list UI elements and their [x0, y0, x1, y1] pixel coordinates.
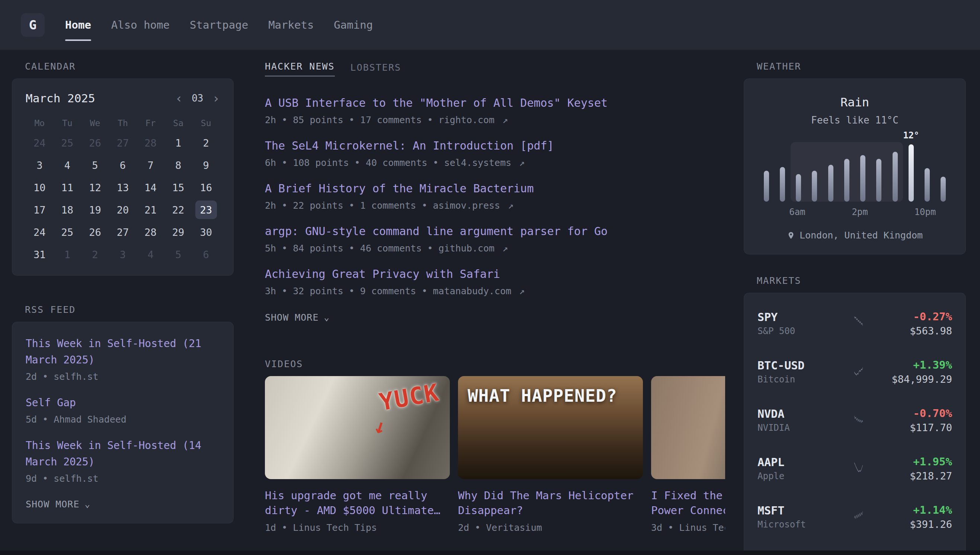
- calendar-day: 31: [29, 245, 50, 264]
- calendar-day-cell: 11: [54, 176, 82, 199]
- calendar-day-cell: 24: [26, 221, 54, 243]
- market-ticker-link[interactable]: SPY: [757, 311, 847, 324]
- calendar-day: 29: [167, 223, 189, 241]
- external-link-icon[interactable]: ↗: [502, 115, 508, 125]
- videos-section-title: VIDEOS: [265, 359, 725, 369]
- market-change: +1.39%: [870, 359, 952, 371]
- calendar-day-cell: 29: [164, 221, 192, 243]
- news-story-list: A USB Interface to the "Mother of All De…: [265, 96, 725, 297]
- weather-bar: [909, 144, 914, 202]
- nav-tab[interactable]: Markets: [268, 19, 314, 31]
- calendar-day-cell: 24: [26, 132, 54, 154]
- calendar-section-title: CALENDAR: [25, 61, 234, 72]
- market-row: NVDA NVIDIA -0.70% $117.70: [757, 396, 952, 444]
- market-name: NVIDIA: [757, 423, 847, 433]
- news-story: argp: GNU-style command line argument pa…: [265, 224, 725, 254]
- market-ticker-link[interactable]: BTC-USD: [757, 359, 847, 372]
- weather-bar: [796, 174, 801, 202]
- weather-time-label: [774, 207, 789, 217]
- video-title-link[interactable]: Why Did The Mars Helicopter Disappear?: [458, 488, 643, 518]
- calendar-widget: March 2025 ‹ 03 › Mo Tu We Th Fr: [12, 79, 234, 276]
- weather-hourly-chart: 12°: [758, 142, 951, 202]
- nav-tab[interactable]: Home: [65, 19, 91, 31]
- calendar-day: 28: [140, 133, 162, 152]
- weather-hour-column: [887, 142, 903, 202]
- story-link[interactable]: A Brief History of the Miracle Bacterium: [265, 181, 725, 196]
- nav-tab[interactable]: Also home: [111, 19, 170, 31]
- weather-time-label: [821, 207, 836, 217]
- market-price: $218.27: [870, 470, 952, 482]
- news-source-tab[interactable]: LOBSTERS: [350, 62, 401, 77]
- calendar-prev-icon[interactable]: ‹: [175, 92, 183, 104]
- video-thumbnail[interactable]: WHAT HAPPENED?: [458, 376, 643, 479]
- external-link-icon[interactable]: ↗: [502, 243, 508, 254]
- weather-hour-column: [758, 142, 774, 202]
- rss-item-meta: 2d • selfh.st: [26, 371, 220, 382]
- calendar-day: 2: [195, 133, 217, 152]
- calendar-day-cell: 30: [192, 221, 220, 243]
- top-nav: G Home Also home Startpage Markets Gamin…: [0, 0, 980, 50]
- market-ticker-link[interactable]: MSFT: [757, 504, 847, 517]
- market-sparkline: [854, 456, 863, 480]
- external-link-icon[interactable]: ↗: [508, 200, 513, 211]
- calendar-day: 18: [56, 201, 78, 219]
- story-link[interactable]: A USB Interface to the "Mother of All De…: [265, 96, 725, 110]
- market-price: $391.26: [870, 518, 952, 530]
- weather-bar: [941, 177, 946, 202]
- market-ticker-link[interactable]: AAPL: [757, 456, 847, 469]
- external-link-icon[interactable]: ↗: [519, 157, 524, 168]
- weather-bar: [828, 165, 833, 202]
- video-title-link[interactable]: His upgrade got me really dirty - AMD $5…: [265, 488, 450, 518]
- weather-hour-column: [823, 142, 839, 202]
- market-values: -0.27% $563.98: [870, 310, 952, 337]
- app-logo[interactable]: G: [21, 13, 45, 37]
- story-meta: 2h • 22 points • 1 comments • asimov.pre…: [265, 200, 725, 211]
- calendar-day: 19: [84, 201, 106, 219]
- calendar-day: 16: [195, 178, 217, 197]
- video-thumbnail[interactable]: YUCK ↓: [265, 376, 450, 479]
- calendar-day: 9: [195, 156, 217, 175]
- weather-hour-column: 12°: [903, 142, 919, 202]
- story-link[interactable]: argp: GNU-style command line argument pa…: [265, 224, 725, 239]
- market-ticker-link[interactable]: NVDA: [757, 407, 847, 420]
- story-link[interactable]: The SeL4 Microkernel: An Introduction [p…: [265, 139, 725, 153]
- calendar-day-cell: 3: [109, 243, 137, 266]
- show-more-label: SHOW MORE: [265, 312, 319, 323]
- calendar-day-cell: 6: [192, 243, 220, 266]
- nav-tab[interactable]: Startpage: [190, 19, 248, 31]
- calendar-day: 26: [84, 133, 106, 152]
- calendar-day: 28: [140, 223, 162, 241]
- middle-column: HACKER NEWS LOBSTERS A USB Interface to …: [265, 61, 725, 533]
- video-thumbnail[interactable]: DO: [651, 376, 725, 479]
- weather-time-row: 6am 2pm 10pm: [758, 207, 951, 217]
- market-change: -0.27%: [870, 310, 952, 323]
- calendar-day: 12: [84, 178, 106, 197]
- video-title-link[interactable]: I Fixed the 5090's Melting Power Connect…: [651, 488, 725, 518]
- market-sparkline: [854, 505, 863, 529]
- weather-bar: [893, 152, 898, 202]
- rss-item-link[interactable]: Self Gap: [26, 395, 220, 411]
- calendar-day-cell: 31: [26, 243, 54, 266]
- market-sparkline: [854, 360, 863, 383]
- external-link-icon[interactable]: ↗: [519, 286, 524, 297]
- market-change: -0.70%: [870, 407, 952, 420]
- window-bottom-edge: [0, 550, 980, 555]
- news-show-more-button[interactable]: SHOW MORE ⌄: [265, 312, 330, 323]
- thumbnail-arrow-decoration: ↓: [371, 414, 390, 440]
- weather-time-label: [936, 207, 951, 217]
- rss-show-more-button[interactable]: SHOW MORE ⌄: [26, 499, 90, 510]
- market-name: S&P 500: [757, 326, 847, 336]
- weather-hour-column: [774, 142, 790, 202]
- rss-item-link[interactable]: This Week in Self-Hosted (21 March 2025): [26, 335, 220, 368]
- market-change: +1.14%: [870, 504, 952, 517]
- nav-tab[interactable]: Gaming: [334, 19, 373, 31]
- video-item: WHAT HAPPENED? Why Did The Mars Helicopt…: [458, 376, 643, 533]
- calendar-day: 3: [29, 156, 50, 175]
- calendar-next-icon[interactable]: ›: [212, 92, 220, 104]
- weather-location-text: London, United Kingdom: [800, 230, 923, 241]
- story-link[interactable]: Achieving Great Privacy with Safari: [265, 267, 725, 281]
- calendar-day-cell: 23: [192, 199, 220, 221]
- video-meta: 3d • Linus Tech Tips: [651, 522, 725, 533]
- rss-item-link[interactable]: This Week in Self-Hosted (14 March 2025): [26, 438, 220, 470]
- news-source-tab[interactable]: HACKER NEWS: [265, 61, 335, 77]
